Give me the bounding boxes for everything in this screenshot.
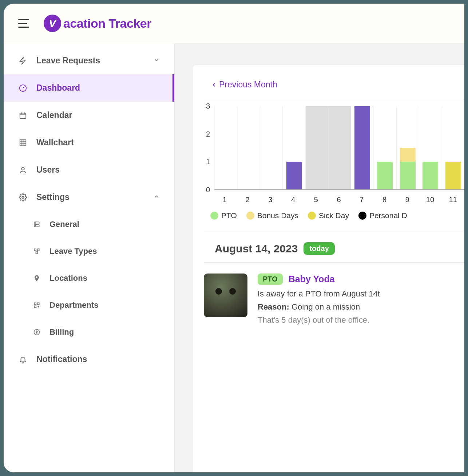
leave-type-badge: PTO [258, 274, 283, 285]
legend-item[interactable]: Personal D [358, 211, 407, 220]
nav-label: General [49, 220, 79, 229]
bar-segment [377, 162, 393, 189]
away-text: Is away for a PTO from August 14t [258, 289, 464, 299]
svg-rect-17 [37, 249, 39, 251]
nav-label: Users [36, 165, 60, 175]
leave-chart: 3210 [204, 106, 464, 190]
x-tick: 11 [441, 196, 464, 204]
legend-item[interactable]: Sick Day [308, 211, 349, 220]
divider [204, 100, 464, 100]
nav-label: Billing [49, 327, 74, 337]
nav-label: Locations [49, 274, 87, 283]
sidebar-item-settings[interactable]: Settings [4, 184, 174, 211]
leave-entry: PTO Baby Yoda Is away for a PTO from Aug… [204, 274, 464, 325]
main-content: Previous Month 3210 1234567891011 PTOBon… [175, 43, 464, 472]
svg-point-15 [35, 225, 36, 226]
x-tick: 3 [259, 196, 282, 204]
sidebar-item-notifications[interactable]: Notifications [4, 346, 174, 373]
bar-segment [354, 106, 370, 189]
bar-segment [286, 162, 302, 189]
legend-swatch [358, 212, 366, 220]
sidebar: Leave Requests Dashboard Calendar [4, 43, 175, 472]
apps-icon [33, 301, 41, 309]
chart-bar-column[interactable] [351, 106, 373, 189]
divider [204, 262, 464, 263]
bar-segment [423, 162, 438, 189]
menu-toggle-icon[interactable] [18, 19, 29, 28]
x-tick: 7 [350, 196, 373, 204]
sidebar-item-users[interactable]: Users [4, 156, 174, 184]
sidebar-item-departments[interactable]: Departments [18, 292, 174, 319]
nav-label: Dashboard [36, 83, 80, 93]
sidebar-item-general[interactable]: General [18, 211, 174, 238]
chart-bar-column[interactable] [419, 106, 441, 189]
app-title: acation Tracker [63, 16, 151, 31]
chart-bar-column[interactable] [305, 106, 328, 189]
legend-item[interactable]: PTO [210, 211, 237, 220]
current-date: August 14, 2023 [215, 243, 298, 255]
chart-bar-column[interactable] [260, 106, 282, 189]
sidebar-item-dashboard[interactable]: Dashboard [4, 74, 174, 102]
bar-segment [400, 148, 416, 162]
sidebar-item-leave-requests[interactable]: Leave Requests [4, 47, 174, 74]
chart-x-axis: 1234567891011 [204, 196, 464, 204]
chart-bar-column[interactable] [442, 106, 464, 189]
prev-month-label: Previous Month [219, 80, 277, 90]
avatar[interactable] [204, 274, 247, 317]
legend-swatch [210, 212, 218, 220]
prev-month-link[interactable]: Previous Month [204, 80, 277, 90]
nav-label: Wallchart [36, 138, 74, 147]
gauge-icon [18, 83, 28, 93]
grid-icon [18, 138, 28, 147]
logo-icon: V [44, 15, 61, 32]
sidebar-item-billing[interactable]: Billing [18, 319, 174, 346]
chart-bar-column[interactable] [237, 106, 260, 189]
legend-swatch [246, 212, 254, 220]
legend-swatch [308, 212, 316, 220]
x-tick: 4 [282, 196, 305, 204]
sidebar-item-locations[interactable]: Locations [18, 265, 174, 292]
app-logo[interactable]: V acation Tracker [44, 15, 151, 32]
bar-segment [445, 162, 461, 189]
gear-icon [18, 193, 28, 202]
legend-label: Personal D [369, 211, 407, 220]
reason-text: Going on a mission [291, 302, 360, 311]
chart-legend: PTOBonus DaysSick DayPersonal D [204, 211, 464, 220]
current-date-row: August 14, 2023 today [204, 242, 464, 255]
reason-label: Reason: [258, 302, 289, 311]
sidebar-item-leave-types[interactable]: Leave Types [18, 238, 174, 265]
legend-item[interactable]: Bonus Days [246, 211, 298, 220]
legend-label: Sick Day [319, 211, 349, 220]
duration-text: That's 5 day(s) out of the office. [258, 315, 464, 325]
chart-bar-column[interactable] [282, 106, 305, 189]
nav-label: Calendar [36, 110, 72, 120]
x-tick: 9 [396, 196, 419, 204]
svg-rect-16 [34, 249, 36, 251]
calendar-icon [18, 111, 28, 120]
legend-label: Bonus Days [257, 211, 298, 220]
reason-line: Reason: Going on a mission [258, 302, 464, 312]
person-name-link[interactable]: Baby Yoda [289, 274, 335, 284]
svg-point-11 [22, 196, 24, 198]
nav-label: Settings [36, 192, 70, 202]
sidebar-item-wallchart[interactable]: Wallchart [4, 129, 174, 156]
sidebar-item-calendar[interactable]: Calendar [4, 102, 174, 129]
today-badge: today [304, 242, 334, 255]
divider [204, 231, 464, 231]
nav-label: Leave Requests [36, 56, 100, 66]
chart-bar-column[interactable] [214, 106, 237, 189]
chart-bar-column[interactable] [373, 106, 396, 189]
chart-bar-column[interactable] [328, 106, 350, 189]
svg-rect-18 [36, 252, 38, 254]
hierarchy-icon [33, 247, 41, 255]
legend-label: PTO [221, 211, 237, 220]
app-header: V acation Tracker [4, 4, 464, 43]
bar-segment [400, 162, 416, 189]
svg-point-14 [35, 223, 36, 223]
chart-bar-column[interactable] [396, 106, 419, 189]
user-icon [18, 165, 28, 175]
svg-rect-5 [20, 139, 26, 146]
x-tick: 5 [305, 196, 328, 204]
bell-icon [18, 355, 28, 364]
chevron-up-icon [153, 192, 160, 202]
